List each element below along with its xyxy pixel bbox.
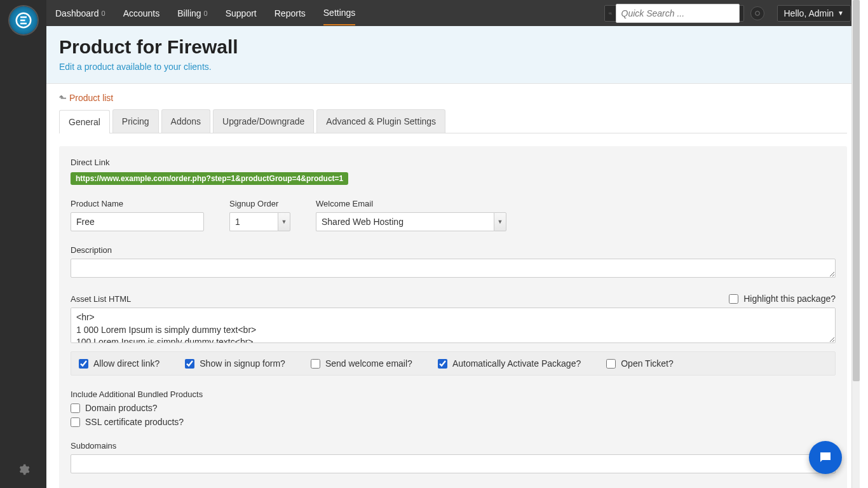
chat-icon	[818, 450, 833, 465]
nav-dashboard[interactable]: Dashboard 0	[55, 2, 105, 25]
description-textarea[interactable]	[71, 259, 836, 278]
tab-advanced[interactable]: Advanced & Plugin Settings	[316, 109, 445, 133]
page-title: Product for Firewall	[59, 36, 847, 58]
direct-link-url[interactable]: https://www.example.com/order.php?step=1…	[71, 172, 348, 185]
ssl-products-check[interactable]: SSL certificate products?	[71, 417, 836, 427]
open-ticket-check[interactable]: Open Ticket?	[606, 358, 674, 369]
product-name-input[interactable]	[71, 212, 204, 231]
bundled-products-label: Include Additional Bundled Products	[71, 390, 836, 399]
svg-point-1	[755, 11, 759, 15]
scrollbar[interactable]	[851, 0, 860, 488]
subdomains-label: Subdomains	[71, 441, 836, 451]
allow-direct-check[interactable]: Allow direct link?	[79, 358, 159, 369]
welcome-email-select[interactable]: Shared Web Hosting ▼	[316, 212, 506, 231]
nav-accounts[interactable]: Accounts	[123, 2, 160, 25]
product-name-label: Product Name	[71, 199, 204, 208]
subdomains-input[interactable]	[71, 454, 836, 473]
nav-settings[interactable]: Settings	[323, 1, 356, 25]
send-welcome-check[interactable]: Send welcome email?	[311, 358, 412, 369]
auto-activate-check[interactable]: Automatically Activate Package?	[438, 358, 581, 369]
page-subtitle: Edit a product available to your clients…	[59, 62, 847, 72]
page-header: Product for Firewall Edit a product avai…	[46, 26, 860, 84]
signup-order-label: Signup Order	[229, 199, 290, 208]
form-panel: Direct Link https://www.example.com/orde…	[59, 146, 847, 488]
nav-billing[interactable]: Billing 0	[177, 2, 207, 25]
tab-bar: General Pricing Addons Upgrade/Downgrade…	[59, 109, 847, 133]
settings-gear-icon[interactable]	[17, 463, 30, 479]
domain-products-check[interactable]: Domain products?	[71, 403, 836, 413]
tab-upgrade[interactable]: Upgrade/Downgrade	[213, 109, 314, 133]
app-logo[interactable]	[10, 6, 37, 34]
tab-addons[interactable]: Addons	[161, 109, 210, 133]
welcome-email-label: Welcome Email	[316, 199, 506, 208]
tab-pricing[interactable]: Pricing	[112, 109, 159, 133]
asset-list-label: Asset List HTML	[71, 294, 131, 304]
direct-link-label: Direct Link	[71, 158, 836, 167]
search-input[interactable]	[616, 4, 740, 23]
nav-support[interactable]: Support	[226, 2, 257, 25]
asset-list-textarea[interactable]	[71, 308, 836, 343]
highlight-package-check[interactable]: Highlight this package?	[729, 294, 836, 304]
signup-order-select[interactable]: 1 ▼	[229, 212, 290, 231]
left-rail	[0, 0, 46, 488]
tab-general[interactable]: General	[59, 110, 110, 133]
show-signup-check[interactable]: Show in signup form?	[185, 358, 285, 369]
search-help-button[interactable]	[750, 6, 764, 20]
topbar: Dashboard 0 Accounts Billing 0 Support R…	[46, 0, 860, 26]
quick-search[interactable]	[604, 5, 744, 22]
user-menu[interactable]: Hello, Admin ▼	[777, 5, 851, 22]
chevron-down-icon: ▼	[494, 212, 506, 231]
nav-reports[interactable]: Reports	[275, 2, 306, 25]
chevron-down-icon: ▼	[278, 212, 290, 231]
description-label: Description	[71, 245, 836, 255]
search-icon	[609, 9, 612, 18]
breadcrumb-back[interactable]: ⬑Product list	[59, 93, 113, 103]
chat-fab[interactable]	[809, 441, 842, 474]
caret-down-icon: ▼	[837, 10, 844, 17]
user-greeting: Hello, Admin	[784, 8, 834, 18]
